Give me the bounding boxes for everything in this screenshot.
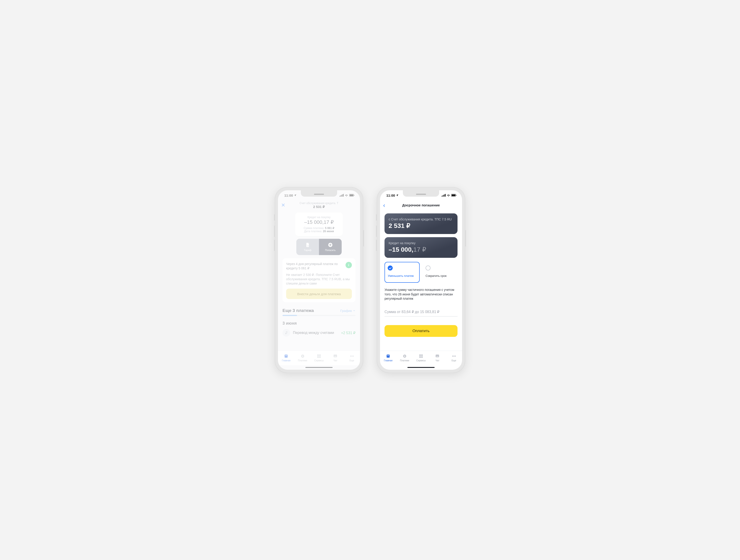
svg-rect-29 — [387, 355, 389, 356]
notice-body: Не хватает 2 530 ₽. Пополните Счет обслу… — [286, 273, 352, 286]
svg-rect-34 — [420, 356, 421, 358]
home-icon — [386, 354, 391, 359]
transaction-row[interactable]: Перевод между счетами +2 531 ₽ — [282, 329, 356, 337]
to-loan-card[interactable]: Кредит на покупку –15 000,17 ₽ — [384, 237, 458, 258]
loan-summary-card[interactable]: Кредит на покупку –15 000,17 ₽ Сумма пла… — [295, 213, 343, 236]
tariff-button[interactable]: Тариф — [296, 239, 319, 255]
svg-point-11 — [302, 355, 303, 357]
nav-amount: 2 531 ₽ — [313, 205, 325, 209]
deposit-button[interactable]: Внести деньги для платежа — [286, 289, 352, 299]
svg-rect-20 — [353, 355, 354, 357]
tab-home[interactable]: Главная — [380, 351, 396, 364]
payments-icon — [300, 354, 305, 359]
battery-icon — [451, 194, 457, 197]
tab-chat[interactable]: Чат — [327, 351, 344, 364]
info-icon[interactable]: i — [346, 262, 352, 268]
svg-rect-22 — [443, 195, 444, 197]
svg-rect-40 — [455, 355, 456, 357]
loan-balance: –15 000,17 ₽ — [298, 219, 340, 225]
payments-icon — [402, 354, 407, 359]
svg-rect-35 — [421, 356, 423, 358]
wifi-icon — [447, 194, 450, 197]
close-icon[interactable]: ✕ — [281, 202, 285, 208]
svg-rect-32 — [420, 354, 421, 356]
radio-unchecked-icon — [426, 265, 431, 270]
radio-checked-icon — [388, 265, 393, 270]
home-icon — [284, 354, 289, 359]
svg-rect-26 — [452, 194, 455, 196]
option-reduce-term[interactable]: Сократить срок — [423, 262, 458, 283]
svg-rect-33 — [421, 354, 423, 356]
tab-payments[interactable]: Платежи — [294, 351, 310, 364]
from-balance: 2 531 ₽ — [389, 222, 453, 229]
svg-rect-6 — [354, 195, 354, 196]
more-icon — [349, 354, 354, 359]
device-notch — [301, 190, 337, 197]
action-segment: Тариф Погасить — [296, 239, 342, 255]
notice-headline: Через 4 дня регулярный платеж по кредиту… — [286, 262, 343, 270]
chat-icon — [435, 354, 440, 359]
amount-placeholder: Сумма от 83,64 ₽ до 15 083,81 ₽ — [384, 310, 439, 314]
svg-rect-2 — [342, 194, 343, 197]
option-reduce-payment[interactable]: Уменьшить платеж — [384, 262, 420, 283]
nav-subtitle: Счет обслуживания кредита. Т — [278, 202, 360, 205]
svg-rect-23 — [444, 194, 445, 197]
svg-rect-39 — [453, 355, 454, 357]
schedule-title: Еще 3 платежа — [282, 308, 314, 313]
tab-services[interactable]: Сервисы — [413, 351, 429, 364]
svg-rect-21 — [442, 196, 442, 197]
plus-circle-icon — [328, 242, 333, 247]
wifi-icon — [345, 194, 348, 197]
svg-rect-28 — [387, 354, 390, 357]
more-icon — [451, 354, 456, 359]
chat-icon — [333, 354, 338, 359]
from-account-card[interactable]: с Счет обслуживания кредита. ТПС 7.5 RU … — [384, 213, 458, 234]
svg-rect-36 — [436, 354, 439, 357]
transaction-amount: +2 531 ₽ — [341, 331, 356, 335]
svg-rect-17 — [335, 356, 336, 357]
battery-icon — [349, 194, 355, 197]
tab-home[interactable]: Главная — [278, 351, 294, 364]
tab-services[interactable]: Сервисы — [311, 351, 327, 364]
repay-button[interactable]: Погасить — [319, 239, 342, 255]
schedule-progress — [282, 315, 356, 316]
home-indicator[interactable] — [278, 365, 360, 370]
phone-mockup-left: 11:00 ✕ Счет обслуживания кредита. Т 2 5… — [275, 187, 363, 373]
svg-rect-37 — [437, 356, 438, 357]
svg-rect-38 — [452, 355, 453, 357]
svg-rect-5 — [350, 194, 354, 196]
tab-more[interactable]: Еще — [446, 351, 462, 364]
svg-rect-19 — [351, 355, 352, 357]
svg-rect-0 — [340, 196, 340, 197]
pay-button[interactable]: Оплатить — [384, 325, 458, 337]
svg-point-31 — [404, 355, 405, 357]
svg-rect-1 — [341, 195, 342, 197]
from-label: с Счет обслуживания кредита. ТПС 7.5 RU — [389, 217, 453, 221]
tab-chat[interactable]: Чат — [429, 351, 446, 364]
cellular-icon — [442, 194, 446, 197]
location-icon — [294, 194, 296, 197]
services-icon — [316, 354, 321, 359]
tab-bar: Главная Платежи Сервисы Чат Еще — [278, 351, 360, 365]
schedule-link[interactable]: График — [340, 309, 356, 313]
tab-payments[interactable]: Платежи — [396, 351, 412, 364]
svg-rect-12 — [317, 354, 319, 356]
to-balance: –15 000,17 ₽ — [389, 246, 453, 253]
loan-label: Кредит на покупку — [298, 216, 340, 219]
to-label: Кредит на покупку — [389, 241, 453, 245]
svg-rect-27 — [456, 195, 456, 196]
chevron-down-icon — [353, 309, 356, 312]
nav-title: Досрочное погашение — [402, 203, 440, 207]
device-notch — [403, 190, 439, 197]
tab-more[interactable]: Еще — [344, 351, 360, 364]
services-icon — [419, 354, 424, 359]
svg-rect-16 — [334, 354, 337, 357]
nav-bar: ‹ Досрочное погашение — [380, 200, 462, 210]
svg-rect-18 — [350, 355, 351, 357]
phone-mockup-right: 11:00 ‹ Досрочное погашение с Счет обслу… — [377, 187, 465, 373]
amount-input[interactable]: Сумма от 83,64 ₽ до 15 083,81 ₽ — [384, 307, 458, 317]
back-icon[interactable]: ‹ — [383, 202, 385, 209]
home-indicator[interactable] — [380, 365, 462, 370]
transfer-icon — [282, 329, 290, 337]
status-time: 11:00 — [284, 194, 293, 197]
